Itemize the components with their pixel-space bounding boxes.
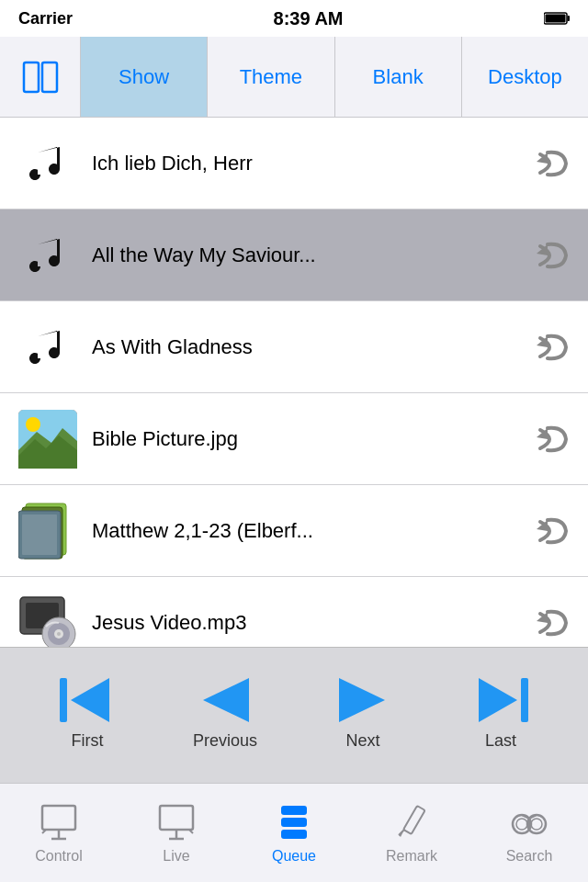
previous-button[interactable]: Previous	[170, 674, 280, 751]
carrier-label: Carrier	[18, 9, 73, 28]
item-arrow	[529, 235, 573, 276]
status-time: 8:39 AM	[274, 8, 344, 29]
svg-marker-26	[479, 678, 517, 722]
svg-marker-24	[203, 678, 249, 722]
next-button[interactable]: Next	[308, 674, 418, 751]
list-item[interactable]: Matthew 2,1-23 (Elberf...	[0, 485, 588, 577]
item-title: All the Way My Saviour...	[81, 243, 529, 267]
share-arrow-icon	[531, 419, 571, 459]
battery-icon	[544, 12, 570, 25]
item-icon-music	[15, 222, 81, 288]
tabbar-remark[interactable]: Remark	[366, 802, 458, 865]
image-thumb-icon	[18, 410, 77, 469]
next-label: Next	[345, 731, 379, 751]
tab-desktop[interactable]: Desktop	[462, 37, 588, 117]
share-arrow-icon	[531, 143, 571, 184]
last-label: Last	[485, 731, 516, 751]
tab-bar: Control Live Queue Remark	[0, 783, 588, 882]
item-title: Jesus Video.mp3	[81, 611, 529, 635]
svg-marker-23	[71, 678, 109, 722]
share-arrow-icon	[531, 235, 571, 276]
tabbar-live-label: Live	[163, 848, 189, 865]
first-button[interactable]: First	[32, 674, 142, 751]
nav-tabs: Show Theme Blank Desktop	[0, 37, 588, 118]
svg-point-45	[531, 819, 542, 830]
live-icon	[156, 802, 197, 842]
svg-marker-25	[339, 678, 385, 722]
item-icon-image	[15, 406, 81, 472]
previous-icon	[196, 674, 254, 726]
svg-rect-2	[546, 15, 566, 23]
svg-rect-36	[281, 806, 307, 815]
svg-rect-32	[160, 806, 193, 830]
controls-area: First Previous Next Last	[0, 647, 588, 783]
item-arrow	[529, 603, 573, 643]
list-item[interactable]: As With Gladness	[0, 301, 588, 393]
playback-controls: First Previous Next Last	[0, 674, 588, 751]
music-note-icon	[24, 323, 72, 371]
tabbar-remark-label: Remark	[386, 848, 437, 865]
status-bar: Carrier 8:39 AM	[0, 0, 588, 37]
svg-rect-4	[42, 62, 57, 92]
item-title: Bible Picture.jpg	[81, 427, 529, 451]
last-button[interactable]: Last	[446, 674, 556, 751]
svg-rect-28	[42, 806, 75, 830]
svg-rect-3	[24, 62, 39, 92]
item-icon-music	[15, 130, 81, 197]
item-title: Ich lieb Dich, Herr	[81, 152, 529, 175]
previous-label: Previous	[193, 731, 257, 751]
bible-stack-icon	[18, 500, 77, 562]
video-disk-icon	[18, 594, 77, 648]
tabbar-search[interactable]: Search	[483, 802, 575, 865]
book-icon	[20, 57, 61, 97]
search-icon	[509, 802, 549, 842]
queue-icon	[274, 802, 314, 842]
status-icons	[544, 12, 570, 25]
tab-book[interactable]	[0, 37, 81, 117]
last-icon	[471, 674, 530, 726]
list-item[interactable]: Jesus Video.mp3	[0, 577, 588, 647]
item-arrow	[529, 419, 573, 459]
share-arrow-icon	[531, 511, 571, 551]
svg-rect-15	[22, 514, 57, 555]
tabbar-control-label: Control	[35, 848, 83, 865]
first-label: First	[72, 731, 104, 751]
tabbar-queue[interactable]: Queue	[248, 802, 340, 865]
tab-theme[interactable]: Theme	[208, 37, 334, 117]
item-arrow	[529, 327, 573, 368]
control-icon	[39, 802, 79, 842]
item-list: Ich lieb Dich, Herr All the Way My Savio…	[0, 118, 588, 647]
share-arrow-icon	[531, 603, 571, 643]
svg-rect-39	[403, 806, 425, 834]
item-icon-bible	[15, 498, 81, 564]
list-item[interactable]: Ich lieb Dich, Herr	[0, 118, 588, 209]
svg-point-11	[26, 417, 40, 432]
share-arrow-icon	[531, 327, 571, 368]
tabbar-queue-label: Queue	[272, 848, 316, 865]
svg-rect-1	[568, 16, 571, 21]
item-arrow	[529, 511, 573, 551]
first-icon	[58, 674, 117, 726]
music-note-icon	[24, 232, 72, 279]
item-title: As With Gladness	[81, 335, 529, 359]
list-item[interactable]: Bible Picture.jpg	[0, 393, 588, 485]
svg-point-44	[516, 819, 527, 830]
next-icon	[334, 674, 392, 726]
svg-point-21	[57, 632, 61, 636]
svg-rect-38	[281, 830, 307, 839]
tabbar-search-label: Search	[506, 848, 553, 865]
remark-icon	[391, 802, 432, 842]
tab-blank[interactable]: Blank	[335, 37, 462, 117]
music-note-icon	[24, 140, 72, 187]
item-title: Matthew 2,1-23 (Elberf...	[81, 519, 529, 543]
svg-rect-22	[60, 678, 67, 722]
tabbar-control[interactable]: Control	[13, 802, 105, 865]
item-arrow	[529, 143, 573, 184]
list-item[interactable]: All the Way My Saviour...	[0, 209, 588, 301]
item-icon-music	[15, 314, 81, 380]
svg-rect-27	[521, 678, 528, 722]
item-icon-video	[15, 590, 81, 648]
tabbar-live[interactable]: Live	[130, 802, 222, 865]
tab-show[interactable]: Show	[81, 37, 208, 117]
svg-rect-37	[281, 818, 307, 827]
